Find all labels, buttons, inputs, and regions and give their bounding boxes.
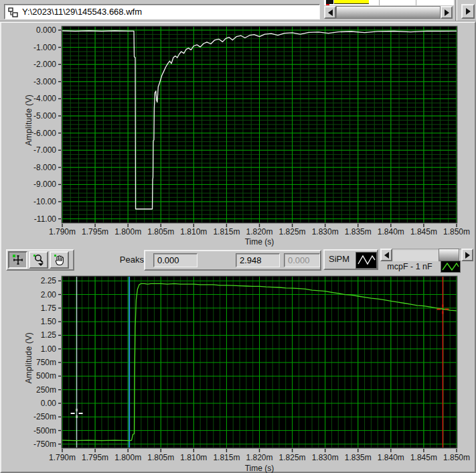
scrollbar-track[interactable] xyxy=(336,6,441,19)
svg-text:1.800m: 1.800m xyxy=(114,227,141,236)
svg-text:-8.000: -8.000 xyxy=(33,163,56,172)
svg-text:-7.000: -7.000 xyxy=(33,145,56,155)
corner-scroll-button[interactable] xyxy=(461,4,475,19)
waveform-plot-area-top[interactable]: 1.790m1.795m1.800m1.805m1.810m1.815m1.82… xyxy=(0,23,476,247)
hand-icon xyxy=(53,253,66,267)
svg-text:Time (s): Time (s) xyxy=(245,464,274,473)
svg-text:1.820m: 1.820m xyxy=(246,453,272,462)
svg-text:-9.000: -9.000 xyxy=(33,180,56,189)
right-arrow-icon xyxy=(466,8,471,15)
svg-text:1.825m: 1.825m xyxy=(279,227,306,236)
svg-text:1.75: 1.75 xyxy=(41,303,57,313)
svg-text:-4.000: -4.000 xyxy=(33,94,56,103)
svg-text:1.830m: 1.830m xyxy=(312,227,339,236)
svg-text:1.840m: 1.840m xyxy=(378,227,404,236)
svg-text:250m: 250m xyxy=(36,385,56,395)
svg-text:1.830m: 1.830m xyxy=(312,453,339,462)
svg-text:1.815m: 1.815m xyxy=(213,453,240,462)
peak-field-2[interactable]: 2.948 xyxy=(236,253,280,267)
svg-text:-2.000: -2.000 xyxy=(33,60,56,69)
svg-text:1.815m: 1.815m xyxy=(213,227,240,236)
svg-text:1.795m: 1.795m xyxy=(82,453,108,462)
svg-text:1.850m: 1.850m xyxy=(443,453,470,462)
left-arrow-icon xyxy=(328,9,333,16)
svg-text:1.790m: 1.790m xyxy=(49,227,76,236)
svg-text:1.820m: 1.820m xyxy=(246,227,272,236)
scroll-left-button[interactable] xyxy=(380,249,392,261)
zoom-tool-button[interactable] xyxy=(29,251,48,269)
plot-style-swatch-sipm[interactable] xyxy=(355,252,377,269)
svg-text:1.825m: 1.825m xyxy=(279,453,306,462)
svg-text:-250m: -250m xyxy=(33,412,56,421)
svg-text:1.00: 1.00 xyxy=(41,344,57,354)
svg-text:500m: 500m xyxy=(36,371,56,381)
peaks-label: Peaks xyxy=(100,255,144,265)
legend-scrollbar[interactable] xyxy=(380,249,473,261)
svg-text:1.835m: 1.835m xyxy=(345,453,372,462)
peaks-group: 0.000 2.948 0.000 xyxy=(144,250,321,271)
svg-text:0.00: 0.00 xyxy=(41,399,57,408)
svg-text:-750m: -750m xyxy=(33,440,56,449)
peak-field-1[interactable]: 0.000 xyxy=(153,253,197,267)
labview-front-panel: Y:\2023\11\29\145543.668.wfm Amplitude (… xyxy=(0,0,476,473)
waveform-graph-bottom: Amplitude (V) 1.790m1.795m1.800m1.805m1.… xyxy=(0,273,476,473)
waveform-plot-area-bottom[interactable]: 1.790m1.795m1.800m1.805m1.810m1.815m1.82… xyxy=(0,273,476,473)
cursor-tool-button[interactable] xyxy=(8,251,27,269)
legend-label-sipm: SiPM xyxy=(329,254,349,264)
svg-text:1.850m: 1.850m xyxy=(443,227,470,236)
right-arrow-icon xyxy=(445,9,449,16)
svg-text:1.810m: 1.810m xyxy=(180,227,207,236)
path-type-icon xyxy=(8,7,19,20)
svg-text:1.835m: 1.835m xyxy=(345,227,372,236)
svg-text:-1.000: -1.000 xyxy=(33,43,56,52)
scroll-right-button[interactable] xyxy=(441,6,453,19)
list-column-divider xyxy=(416,0,416,5)
list-selected-row[interactable] xyxy=(334,0,369,4)
svg-text:Time (s): Time (s) xyxy=(245,237,274,247)
waveform-graph-top: Amplitude (V) 1.790m1.795m1.800m1.805m1.… xyxy=(0,23,476,247)
legend-label-mcp[interactable]: mcpF - 1 nF xyxy=(382,262,438,273)
file-list-partial[interactable] xyxy=(324,0,454,5)
svg-text:1.840m: 1.840m xyxy=(378,453,404,462)
list-column-divider xyxy=(379,0,380,5)
y-axis-title: Amplitude (V) xyxy=(24,94,33,146)
svg-text:1.790m: 1.790m xyxy=(49,453,76,462)
svg-text:-6.000: -6.000 xyxy=(33,129,56,138)
plot-legend-sipm[interactable]: SiPM xyxy=(323,249,378,270)
plot-style-swatch-mcp[interactable] xyxy=(441,261,461,273)
file-path-input[interactable]: Y:\2023\11\29\145543.668.wfm xyxy=(4,4,320,19)
y-axis-title: Amplitude (V) xyxy=(24,332,33,384)
svg-text:1.810m: 1.810m xyxy=(180,453,207,462)
svg-text:2.25: 2.25 xyxy=(41,276,57,285)
scrollbar-track[interactable] xyxy=(392,249,461,261)
svg-text:1.845m: 1.845m xyxy=(410,227,437,236)
scroll-left-button[interactable] xyxy=(324,6,336,19)
svg-text:-3.000: -3.000 xyxy=(33,77,56,86)
svg-text:750m: 750m xyxy=(36,358,56,367)
svg-text:1.800m: 1.800m xyxy=(114,453,141,462)
right-arrow-icon xyxy=(465,252,470,259)
magnifier-icon xyxy=(32,253,46,267)
scrollbar-thumb[interactable] xyxy=(336,6,441,19)
list-plot-icon xyxy=(326,0,333,4)
left-arrow-icon xyxy=(384,252,389,259)
svg-text:1.805m: 1.805m xyxy=(147,453,174,462)
svg-text:1.50: 1.50 xyxy=(41,317,57,326)
svg-text:2.00: 2.00 xyxy=(41,290,57,299)
graph-toolbar: Peaks 0.000 2.948 0.000 SiPM mcpF - 1 nF xyxy=(0,248,476,273)
graph-palette xyxy=(6,249,74,271)
file-path-value: Y:\2023\11\29\145543.668.wfm xyxy=(22,7,142,17)
svg-text:1.845m: 1.845m xyxy=(410,453,437,462)
crosshair-icon xyxy=(11,253,25,267)
peak-field-3-disabled: 0.000 xyxy=(284,253,320,267)
svg-text:-5.000: -5.000 xyxy=(33,111,56,121)
svg-text:1.795m: 1.795m xyxy=(82,227,108,236)
svg-text:0.000: 0.000 xyxy=(36,25,56,35)
top-horizontal-scrollbar[interactable] xyxy=(324,6,453,19)
panel-edge-groove xyxy=(455,0,457,21)
scroll-right-button[interactable] xyxy=(461,249,473,261)
top-bar: Y:\2023\11\29\145543.668.wfm xyxy=(0,0,476,21)
scrollbar-thumb[interactable] xyxy=(439,249,459,261)
svg-text:-11.00: -11.00 xyxy=(34,214,56,224)
pan-tool-button[interactable] xyxy=(50,251,69,269)
